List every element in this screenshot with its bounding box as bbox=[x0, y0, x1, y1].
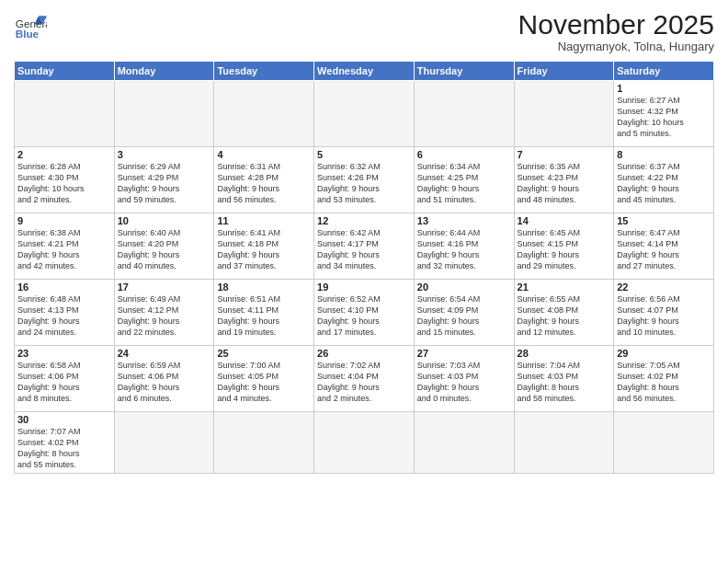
header-wednesday: Wednesday bbox=[314, 62, 415, 81]
day-info: Sunrise: 6:51 AM Sunset: 4:11 PM Dayligh… bbox=[217, 293, 311, 339]
day-info: Sunrise: 7:05 AM Sunset: 4:02 PM Dayligh… bbox=[617, 360, 711, 405]
table-row: 21Sunrise: 6:55 AM Sunset: 4:08 PM Dayli… bbox=[514, 280, 614, 346]
header-friday: Friday bbox=[514, 62, 614, 81]
header: General Blue November 2025 Nagymanyok, T… bbox=[14, 9, 714, 53]
table-row: 14Sunrise: 6:45 AM Sunset: 4:15 PM Dayli… bbox=[514, 213, 614, 280]
table-row: 7Sunrise: 6:35 AM Sunset: 4:23 PM Daylig… bbox=[514, 147, 614, 213]
day-info: Sunrise: 6:38 AM Sunset: 4:21 PM Dayligh… bbox=[17, 227, 111, 272]
day-info: Sunrise: 6:59 AM Sunset: 4:06 PM Dayligh… bbox=[118, 360, 211, 405]
day-info: Sunrise: 7:00 AM Sunset: 4:05 PM Dayligh… bbox=[217, 360, 311, 405]
table-row bbox=[414, 81, 514, 147]
day-number: 28 bbox=[518, 348, 611, 359]
table-row: 4Sunrise: 6:31 AM Sunset: 4:28 PM Daylig… bbox=[214, 147, 314, 213]
day-number: 15 bbox=[617, 215, 711, 226]
weekday-header-row: Sunday Monday Tuesday Wednesday Thursday… bbox=[15, 62, 714, 81]
calendar: Sunday Monday Tuesday Wednesday Thursday… bbox=[14, 61, 714, 474]
day-info: Sunrise: 6:28 AM Sunset: 4:30 PM Dayligh… bbox=[17, 161, 111, 206]
svg-text:Blue: Blue bbox=[16, 28, 40, 40]
table-row: 10Sunrise: 6:40 AM Sunset: 4:20 PM Dayli… bbox=[114, 213, 214, 280]
table-row: 30Sunrise: 7:07 AM Sunset: 4:02 PM Dayli… bbox=[15, 412, 115, 474]
day-info: Sunrise: 7:03 AM Sunset: 4:03 PM Dayligh… bbox=[417, 360, 511, 405]
day-info: Sunrise: 6:35 AM Sunset: 4:23 PM Dayligh… bbox=[518, 161, 611, 206]
day-info: Sunrise: 6:56 AM Sunset: 4:07 PM Dayligh… bbox=[617, 293, 711, 339]
table-row bbox=[214, 81, 314, 147]
logo: General Blue bbox=[14, 9, 47, 42]
table-row bbox=[314, 412, 415, 474]
day-number: 2 bbox=[17, 149, 111, 160]
day-number: 19 bbox=[317, 282, 411, 293]
day-info: Sunrise: 7:02 AM Sunset: 4:04 PM Dayligh… bbox=[317, 360, 411, 405]
table-row: 17Sunrise: 6:49 AM Sunset: 4:12 PM Dayli… bbox=[114, 280, 214, 346]
table-row bbox=[514, 81, 614, 147]
table-row: 22Sunrise: 6:56 AM Sunset: 4:07 PM Dayli… bbox=[614, 280, 714, 346]
day-info: Sunrise: 6:40 AM Sunset: 4:20 PM Dayligh… bbox=[118, 227, 211, 272]
day-info: Sunrise: 6:48 AM Sunset: 4:13 PM Dayligh… bbox=[17, 293, 111, 339]
day-number: 21 bbox=[518, 282, 611, 293]
day-number: 26 bbox=[317, 348, 411, 359]
table-row bbox=[114, 81, 214, 147]
day-number: 3 bbox=[118, 149, 211, 160]
table-row: 6Sunrise: 6:34 AM Sunset: 4:25 PM Daylig… bbox=[414, 147, 514, 213]
day-info: Sunrise: 7:07 AM Sunset: 4:02 PM Dayligh… bbox=[17, 426, 111, 471]
day-info: Sunrise: 6:58 AM Sunset: 4:06 PM Dayligh… bbox=[17, 360, 111, 405]
day-number: 25 bbox=[217, 348, 311, 359]
day-info: Sunrise: 6:45 AM Sunset: 4:15 PM Dayligh… bbox=[518, 227, 611, 272]
day-number: 29 bbox=[617, 348, 711, 359]
day-number: 14 bbox=[518, 215, 611, 226]
table-row: 23Sunrise: 6:58 AM Sunset: 4:06 PM Dayli… bbox=[15, 346, 115, 412]
day-info: Sunrise: 6:55 AM Sunset: 4:08 PM Dayligh… bbox=[518, 293, 611, 339]
day-info: Sunrise: 6:44 AM Sunset: 4:16 PM Dayligh… bbox=[417, 227, 511, 272]
table-row: 5Sunrise: 6:32 AM Sunset: 4:26 PM Daylig… bbox=[314, 147, 415, 213]
table-row: 9Sunrise: 6:38 AM Sunset: 4:21 PM Daylig… bbox=[15, 213, 115, 280]
table-row: 1Sunrise: 6:27 AM Sunset: 4:32 PM Daylig… bbox=[614, 81, 714, 147]
location: Nagymanyok, Tolna, Hungary bbox=[518, 40, 714, 53]
day-info: Sunrise: 6:49 AM Sunset: 4:12 PM Dayligh… bbox=[118, 293, 211, 339]
day-number: 17 bbox=[118, 282, 211, 293]
header-thursday: Thursday bbox=[414, 62, 514, 81]
title-area: November 2025 Nagymanyok, Tolna, Hungary bbox=[518, 9, 714, 53]
day-number: 27 bbox=[417, 348, 511, 359]
calendar-week-5: 23Sunrise: 6:58 AM Sunset: 4:06 PM Dayli… bbox=[15, 346, 714, 412]
calendar-week-2: 2Sunrise: 6:28 AM Sunset: 4:30 PM Daylig… bbox=[15, 147, 714, 213]
day-info: Sunrise: 6:52 AM Sunset: 4:10 PM Dayligh… bbox=[317, 293, 411, 339]
table-row bbox=[15, 81, 115, 147]
day-number: 1 bbox=[617, 83, 711, 94]
table-row: 8Sunrise: 6:37 AM Sunset: 4:22 PM Daylig… bbox=[614, 147, 714, 213]
day-number: 22 bbox=[617, 282, 711, 293]
header-monday: Monday bbox=[114, 62, 214, 81]
table-row: 26Sunrise: 7:02 AM Sunset: 4:04 PM Dayli… bbox=[314, 346, 415, 412]
day-info: Sunrise: 6:27 AM Sunset: 4:32 PM Dayligh… bbox=[617, 95, 711, 140]
header-saturday: Saturday bbox=[614, 62, 714, 81]
calendar-week-3: 9Sunrise: 6:38 AM Sunset: 4:21 PM Daylig… bbox=[15, 213, 714, 280]
month-title: November 2025 bbox=[518, 9, 714, 40]
day-number: 4 bbox=[217, 149, 311, 160]
table-row: 20Sunrise: 6:54 AM Sunset: 4:09 PM Dayli… bbox=[414, 280, 514, 346]
day-number: 12 bbox=[317, 215, 411, 226]
day-number: 13 bbox=[417, 215, 511, 226]
table-row: 25Sunrise: 7:00 AM Sunset: 4:05 PM Dayli… bbox=[214, 346, 314, 412]
calendar-week-1: 1Sunrise: 6:27 AM Sunset: 4:32 PM Daylig… bbox=[15, 81, 714, 147]
header-sunday: Sunday bbox=[15, 62, 115, 81]
day-number: 16 bbox=[17, 282, 111, 293]
table-row: 16Sunrise: 6:48 AM Sunset: 4:13 PM Dayli… bbox=[15, 280, 115, 346]
header-tuesday: Tuesday bbox=[214, 62, 314, 81]
table-row: 15Sunrise: 6:47 AM Sunset: 4:14 PM Dayli… bbox=[614, 213, 714, 280]
calendar-week-6: 30Sunrise: 7:07 AM Sunset: 4:02 PM Dayli… bbox=[15, 412, 714, 474]
table-row: 11Sunrise: 6:41 AM Sunset: 4:18 PM Dayli… bbox=[214, 213, 314, 280]
table-row: 18Sunrise: 6:51 AM Sunset: 4:11 PM Dayli… bbox=[214, 280, 314, 346]
table-row: 29Sunrise: 7:05 AM Sunset: 4:02 PM Dayli… bbox=[614, 346, 714, 412]
table-row: 24Sunrise: 6:59 AM Sunset: 4:06 PM Dayli… bbox=[114, 346, 214, 412]
day-info: Sunrise: 6:41 AM Sunset: 4:18 PM Dayligh… bbox=[217, 227, 311, 272]
table-row bbox=[114, 412, 214, 474]
table-row bbox=[514, 412, 614, 474]
day-info: Sunrise: 6:42 AM Sunset: 4:17 PM Dayligh… bbox=[317, 227, 411, 272]
day-info: Sunrise: 7:04 AM Sunset: 4:03 PM Dayligh… bbox=[518, 360, 611, 405]
table-row: 27Sunrise: 7:03 AM Sunset: 4:03 PM Dayli… bbox=[414, 346, 514, 412]
day-number: 5 bbox=[317, 149, 411, 160]
day-info: Sunrise: 6:32 AM Sunset: 4:26 PM Dayligh… bbox=[317, 161, 411, 206]
day-number: 11 bbox=[217, 215, 311, 226]
table-row: 12Sunrise: 6:42 AM Sunset: 4:17 PM Dayli… bbox=[314, 213, 415, 280]
day-number: 10 bbox=[118, 215, 211, 226]
day-info: Sunrise: 6:37 AM Sunset: 4:22 PM Dayligh… bbox=[617, 161, 711, 206]
day-info: Sunrise: 6:47 AM Sunset: 4:14 PM Dayligh… bbox=[617, 227, 711, 272]
